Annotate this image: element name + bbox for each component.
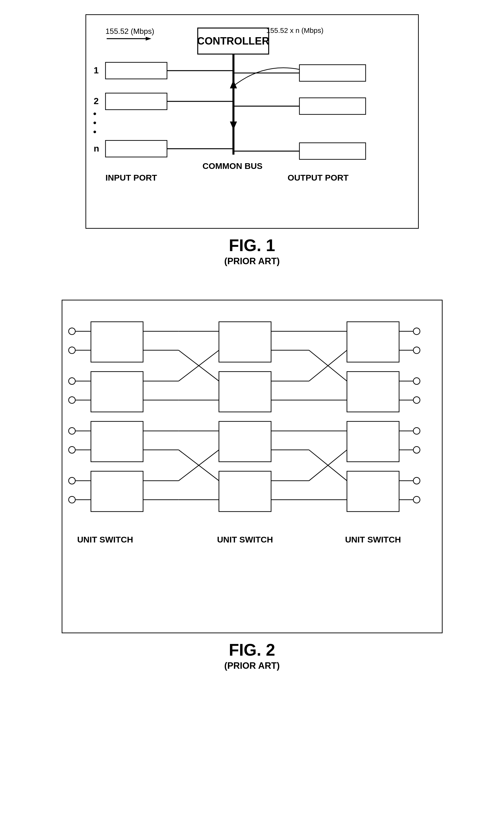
svg-rect-9	[106, 62, 167, 79]
svg-text:UNIT SWITCH: UNIT SWITCH	[345, 535, 401, 544]
svg-point-60	[413, 328, 420, 335]
svg-rect-18	[106, 140, 167, 157]
fig1-svg: CONTROLLER 155.52 (Mbps) 155.52 x n (Mbp…	[86, 15, 418, 228]
svg-rect-35	[219, 322, 271, 362]
svg-point-70	[413, 447, 420, 453]
fig2-diagram: UNIT SWITCH UNIT SWITCH UNIT SWITCH	[62, 300, 443, 633]
svg-text:n: n	[94, 143, 99, 153]
svg-point-55	[68, 478, 75, 484]
fig2-caption: FIG. 2 (PRIOR ART)	[224, 640, 280, 671]
svg-text:•: •	[93, 118, 96, 128]
svg-point-47	[68, 378, 75, 384]
svg-text:155.52 x n (Mbps): 155.52 x n (Mbps)	[266, 26, 323, 34]
svg-text:•: •	[93, 127, 96, 137]
svg-text:UNIT SWITCH: UNIT SWITCH	[217, 535, 273, 544]
fig2-subtitle: (PRIOR ART)	[224, 661, 280, 671]
fig1-caption: FIG. 1 (PRIOR ART)	[224, 236, 280, 266]
svg-rect-39	[347, 322, 399, 362]
svg-point-66	[413, 397, 420, 403]
svg-point-45	[68, 347, 75, 353]
svg-text:•: •	[93, 109, 96, 119]
fig1-diagram: CONTROLLER 155.52 (Mbps) 155.52 x n (Mbp…	[86, 14, 419, 229]
svg-point-62	[413, 347, 420, 353]
svg-rect-38	[219, 471, 271, 512]
svg-text:COMMON BUS: COMMON BUS	[202, 161, 262, 171]
svg-text:CONTROLLER: CONTROLLER	[197, 35, 269, 47]
svg-point-57	[68, 496, 75, 503]
svg-point-72	[413, 478, 420, 484]
fig1-container: CONTROLLER 155.52 (Mbps) 155.52 x n (Mbp…	[19, 14, 485, 266]
svg-rect-40	[347, 372, 399, 412]
svg-text:UNIT SWITCH: UNIT SWITCH	[77, 535, 133, 544]
svg-rect-12	[106, 93, 167, 110]
svg-text:INPUT PORT: INPUT PORT	[106, 173, 157, 182]
svg-rect-31	[91, 322, 143, 362]
svg-rect-36	[219, 372, 271, 412]
page-container: CONTROLLER 155.52 (Mbps) 155.52 x n (Mbp…	[0, 0, 504, 685]
svg-rect-33	[91, 422, 143, 462]
svg-text:155.52 (Mbps): 155.52 (Mbps)	[106, 27, 154, 35]
svg-text:2: 2	[94, 96, 98, 106]
svg-rect-32	[91, 372, 143, 412]
svg-point-51	[68, 428, 75, 434]
fig2-svg: UNIT SWITCH UNIT SWITCH UNIT SWITCH	[62, 300, 442, 633]
fig1-title: FIG. 1	[224, 236, 280, 255]
svg-rect-41	[347, 422, 399, 462]
svg-point-53	[68, 447, 75, 453]
svg-marker-4	[146, 37, 151, 40]
svg-text:OUTPUT PORT: OUTPUT PORT	[288, 173, 349, 182]
svg-rect-34	[91, 471, 143, 512]
svg-rect-23	[299, 65, 365, 82]
svg-rect-42	[347, 471, 399, 512]
svg-point-74	[413, 496, 420, 503]
svg-rect-25	[299, 98, 365, 115]
svg-rect-37	[219, 422, 271, 462]
fig1-subtitle: (PRIOR ART)	[224, 256, 280, 266]
fig2-title: FIG. 2	[224, 640, 280, 659]
svg-rect-27	[299, 143, 365, 160]
svg-point-64	[413, 378, 420, 384]
svg-text:1: 1	[94, 65, 98, 75]
svg-point-49	[68, 397, 75, 403]
svg-point-68	[413, 428, 420, 434]
svg-point-43	[68, 328, 75, 335]
fig2-container: UNIT SWITCH UNIT SWITCH UNIT SWITCH FIG.…	[19, 300, 485, 671]
